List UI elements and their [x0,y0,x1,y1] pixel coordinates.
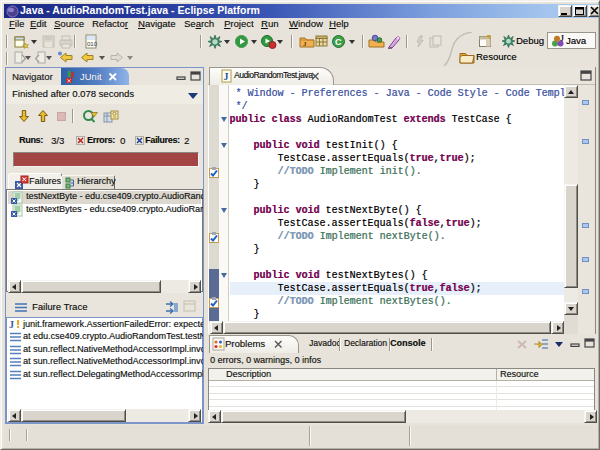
svg-text:J: J [303,40,307,48]
svg-text:010: 010 [87,41,98,47]
svg-text:J: J [560,34,564,43]
svg-text:C: C [335,37,342,47]
svg-text:J: J [224,71,229,82]
svg-text:J: J [9,319,14,330]
